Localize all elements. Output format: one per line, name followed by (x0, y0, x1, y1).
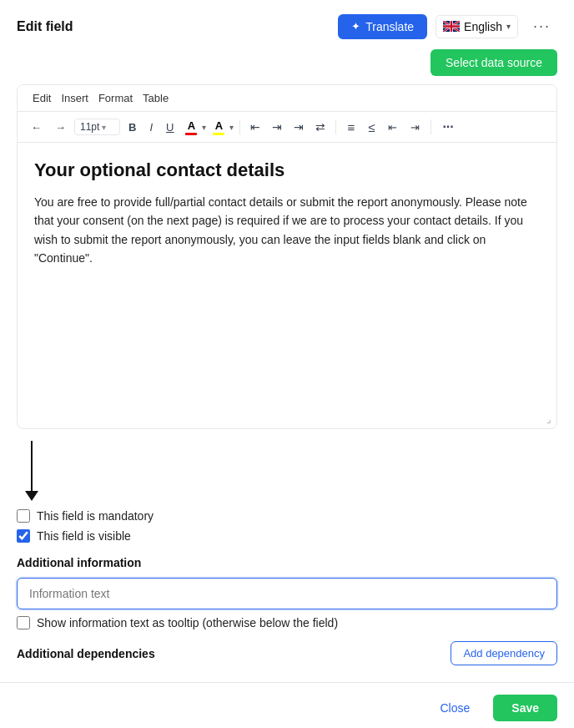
undo-button[interactable]: ← (26, 118, 47, 137)
tooltip-checkbox[interactable] (17, 616, 30, 629)
dependencies-label: Additional dependencies (17, 647, 155, 660)
header-actions: ✦ Translate English ▾ ··· (338, 13, 557, 39)
align-right-button[interactable]: ⇥ (290, 118, 308, 136)
menu-table[interactable]: Table (138, 90, 174, 106)
translate-button[interactable]: ✦ Translate (338, 14, 427, 39)
footer-actions: Close Save (0, 682, 574, 728)
information-text-input[interactable] (17, 578, 557, 609)
ordered-list-button[interactable]: ≤ (363, 117, 380, 138)
more-toolbar-button[interactable]: ··· (437, 116, 458, 138)
close-button[interactable]: Close (427, 695, 484, 721)
language-selector[interactable]: English ▾ (436, 15, 518, 38)
mandatory-label: This field is mandatory (37, 509, 154, 523)
tooltip-label: Show information text as tooltip (otherw… (37, 616, 338, 629)
underline-button[interactable]: U (161, 118, 179, 137)
arrow-indicator (0, 441, 574, 501)
additional-info-section: Additional information Show information … (0, 556, 574, 629)
separator-3 (430, 119, 431, 134)
editor-content[interactable]: Your optional contact details You are fr… (18, 143, 556, 410)
save-button[interactable]: Save (493, 695, 557, 721)
editor-menubar: Edit Insert Format Table (18, 85, 556, 112)
italic-button[interactable]: I (144, 118, 158, 137)
arrow-down (25, 441, 38, 501)
text-color-group: A ▾ (182, 118, 206, 137)
font-size-selector[interactable]: 11pt ▾ (74, 119, 120, 135)
arrow-head (25, 491, 38, 501)
highlight-color-indicator (213, 133, 224, 135)
editor-resize-handle[interactable]: ⌟ (18, 410, 556, 428)
text-color-chevron[interactable]: ▾ (202, 123, 206, 132)
translate-icon: ✦ (351, 20, 360, 33)
arrow-shaft (31, 441, 33, 491)
menu-edit[interactable]: Edit (28, 90, 56, 106)
editor-heading: Your optional contact details (34, 159, 540, 181)
align-center-button[interactable]: ⇥ (268, 118, 286, 136)
chevron-down-icon: ▾ (506, 22, 511, 31)
unordered-list-button[interactable]: ≡ (342, 117, 360, 138)
highlight-color-group: A ▾ (209, 118, 234, 137)
mandatory-checkbox-row: This field is mandatory (17, 509, 557, 523)
font-size-chevron: ▾ (102, 123, 106, 132)
mandatory-checkbox[interactable] (17, 509, 30, 523)
indent-increase-button[interactable]: ⇥ (405, 118, 425, 137)
highlight-color-button[interactable]: A (209, 118, 228, 137)
additional-info-label: Additional information (17, 556, 557, 569)
editor-container: Edit Insert Format Table ← → 11pt ▾ B I … (17, 84, 557, 429)
add-dependency-button[interactable]: Add dependency (451, 641, 557, 665)
more-options-button[interactable]: ··· (526, 13, 557, 39)
editor-body: You are free to provide full/partial con… (34, 193, 540, 268)
tooltip-checkbox-row: Show information text as tooltip (otherw… (17, 616, 557, 629)
resize-icon: ⌟ (546, 413, 551, 425)
menu-insert[interactable]: Insert (56, 90, 93, 106)
redo-button[interactable]: → (50, 118, 71, 137)
highlight-color-chevron[interactable]: ▾ (229, 123, 234, 132)
page-title: Edit field (17, 19, 73, 34)
text-color-button[interactable]: A (182, 118, 200, 137)
text-color-indicator (185, 133, 197, 135)
bold-button[interactable]: B (123, 118, 141, 137)
select-data-source-button[interactable]: Select data source (430, 49, 557, 76)
visible-label: This field is visible (37, 529, 131, 543)
indent-decrease-button[interactable]: ⇤ (383, 118, 402, 137)
checkboxes-section: This field is mandatory This field is vi… (0, 509, 574, 543)
editor-toolbar: ← → 11pt ▾ B I U A ▾ A (18, 112, 556, 143)
visible-checkbox[interactable] (17, 529, 30, 543)
visible-checkbox-row: This field is visible (17, 529, 557, 543)
separator-2 (335, 119, 336, 134)
language-label: English (464, 20, 502, 33)
dependencies-section: Additional dependencies Add dependency (0, 641, 574, 665)
flag-icon (443, 21, 460, 32)
align-justify-button[interactable]: ⇄ (311, 118, 330, 136)
align-left-button[interactable]: ⇤ (246, 118, 264, 136)
menu-format[interactable]: Format (93, 90, 138, 106)
separator-1 (239, 119, 240, 134)
